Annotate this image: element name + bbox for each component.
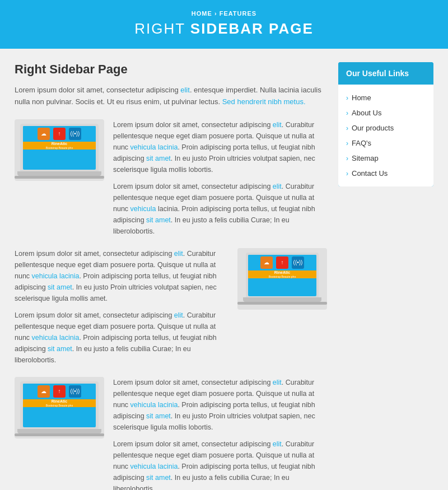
laptop-illustration-1: ☁ ↑ ((•)) RineAticBootstrap Beaute pho (15, 119, 104, 181)
screen-icon-share: ↑ (53, 128, 66, 140)
sidebar-box: Our Useful Links › Home › About Us › Our… (338, 62, 433, 186)
arrow-icon-products: › (346, 124, 348, 132)
sidebar-item-sitemap[interactable]: › Sitemap (338, 151, 433, 166)
screen-icon-share-2: ↑ (276, 256, 288, 269)
sidebar-nav: › Home › About Us › Our products › FAQ's… (338, 85, 433, 186)
page-title: Right Sidebar Page (15, 62, 327, 77)
laptop-illustration-3: ☁ ↑ ((•)) RineAticBootstrap Beaute pho (15, 377, 104, 438)
block-2-text: Lorem ipsum dolor sit amet, consectetur … (15, 248, 228, 371)
text-block-para-2: Lorem ipsum dolor sit amet, consectetur … (15, 310, 228, 366)
text-block-para-1: Lorem ipsum dolor sit amet, consectetur … (15, 248, 228, 304)
screen-brand-text: RineAticBootstrap Beaute pho (46, 142, 73, 150)
arrow-icon-sitemap: › (346, 155, 348, 162)
page-header-title: RIGHT SIDEBAR PAGE (0, 20, 448, 38)
screen-icon-wifi-3: ((•)) (69, 385, 81, 398)
block-3-text: Lorem ipsum dolor sit amet, consectetur … (113, 377, 327, 490)
screen-brand-text-2: RineAticBootstrap Beaute pho (269, 270, 296, 278)
sidebar-item-label-home: Home (352, 94, 371, 102)
breadcrumb-current: FEATURES (220, 10, 256, 17)
sidebar-item-label-products: Our products (352, 124, 394, 132)
breadcrumb-home[interactable]: HOME (192, 10, 212, 17)
block-2-image: ☁ ↑ ((•)) RineAticBootstrap Beaute pho (237, 248, 327, 371)
sidebar-item-faqs[interactable]: › FAQ's (338, 136, 433, 151)
highlight-sed: Sed hendrerit nibh metus. (222, 97, 306, 106)
breadcrumb-separator: › (214, 10, 220, 17)
screen-icon-share-3: ↑ (53, 385, 66, 398)
site-header: HOME › FEATURES RIGHT SIDEBAR PAGE (0, 0, 448, 49)
sidebar-item-label-contact: Contact Us (352, 169, 388, 178)
sidebar-item-label-faqs: FAQ's (352, 139, 371, 147)
screen-icon-cloud-2: ☁ (260, 256, 273, 269)
block-1-text: Lorem ipsum dolor sit amet, consectetur … (113, 119, 327, 242)
arrow-icon-contact: › (346, 170, 348, 178)
screen-icon-cloud: ☁ (38, 128, 50, 140)
arrow-icon-home: › (346, 94, 348, 102)
block-3-para-2: Lorem ipsum dolor sit amet, consectetur … (113, 438, 327, 490)
block-1-para-1: Lorem ipsum dolor sit amet, consectetur … (113, 119, 327, 175)
highlight-elit1: elit (180, 86, 190, 94)
title-bold: SIDEBAR PAGE (190, 20, 314, 37)
sidebar-title: Our Useful Links (338, 62, 433, 85)
main-wrapper: Right Sidebar Page Lorem ipsum dolor sit… (6, 49, 442, 490)
content-block-1: ☁ ↑ ((•)) RineAticBootstrap Beaute pho (15, 119, 327, 242)
content-area: Right Sidebar Page Lorem ipsum dolor sit… (15, 62, 327, 490)
sidebar-item-products[interactable]: › Our products (338, 120, 433, 136)
block-3-para-1: Lorem ipsum dolor sit amet, consectetur … (113, 377, 327, 433)
screen-icon-wifi: ((•)) (69, 128, 81, 140)
sidebar-item-label-about: About Us (352, 109, 381, 117)
block-1-image: ☁ ↑ ((•)) RineAticBootstrap Beaute pho (15, 119, 104, 242)
screen-brand-text-3: RineAticBootstrap Beaute pho (46, 399, 73, 407)
arrow-icon-about: › (346, 109, 348, 117)
sidebar: Our Useful Links › Home › About Us › Our… (338, 62, 433, 186)
content-block-2: ☁ ↑ ((•)) RineAticBootstrap Beaute pho (15, 248, 327, 371)
sidebar-item-label-sitemap: Sitemap (352, 154, 379, 162)
screen-icon-wifi-2: ((•)) (292, 256, 304, 269)
arrow-icon-faqs: › (346, 139, 348, 147)
sidebar-item-home[interactable]: › Home (338, 90, 433, 105)
block-3-image: ☁ ↑ ((•)) RineAticBootstrap Beaute pho (15, 377, 104, 490)
intro-paragraph: Lorem ipsum dolor sit amet, consectetur … (15, 85, 327, 108)
title-regular: RIGHT (134, 20, 190, 37)
block-1-para-2: Lorem ipsum dolor sit amet, consectetur … (113, 181, 327, 237)
breadcrumb: HOME › FEATURES (0, 10, 448, 17)
screen-icon-cloud-3: ☁ (38, 385, 50, 398)
sidebar-item-about[interactable]: › About Us (338, 105, 433, 120)
laptop-illustration-2: ☁ ↑ ((•)) RineAticBootstrap Beaute pho (237, 248, 327, 310)
content-block-3: ☁ ↑ ((•)) RineAticBootstrap Beaute pho (15, 377, 327, 490)
sidebar-item-contact[interactable]: › Contact Us (338, 166, 433, 181)
